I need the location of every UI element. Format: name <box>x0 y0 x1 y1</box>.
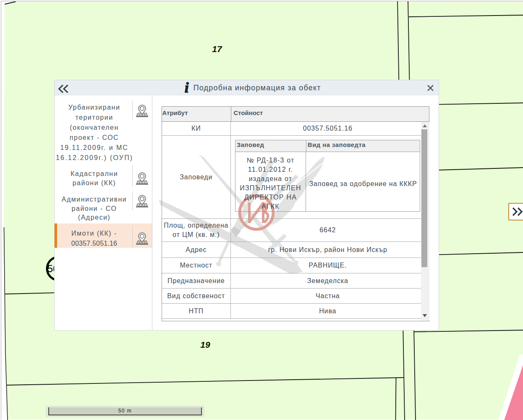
svg-text:17: 17 <box>212 44 222 54</box>
svg-text:19: 19 <box>200 340 210 349</box>
